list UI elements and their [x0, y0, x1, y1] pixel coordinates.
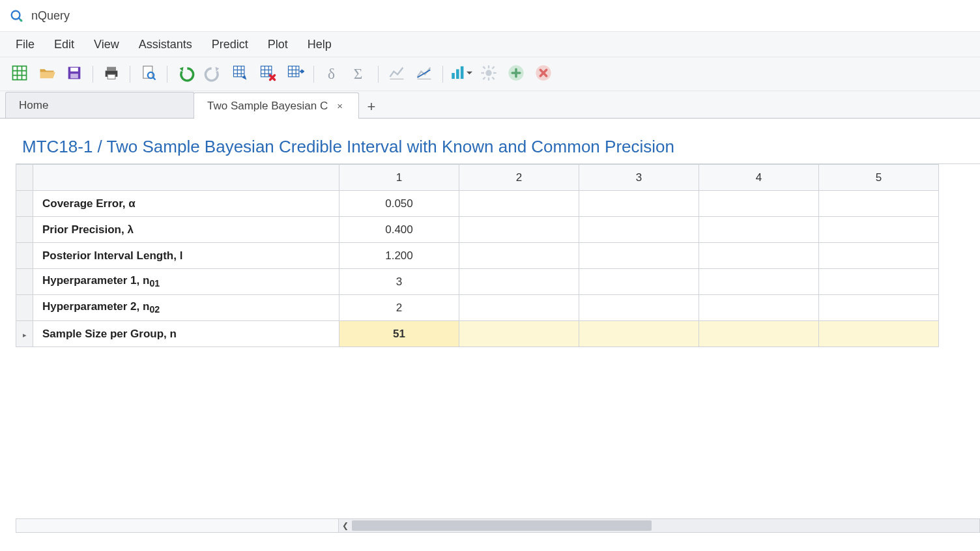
tab-close-icon[interactable]: ×: [334, 99, 345, 113]
folder-open-button[interactable]: [35, 63, 59, 86]
undo-icon: [177, 64, 195, 84]
grid-new-button[interactable]: [8, 63, 31, 86]
chart-bar-drop-icon: [450, 64, 472, 84]
svg-rect-20: [461, 66, 464, 79]
grid-cell[interactable]: [819, 217, 939, 243]
folder-open-icon: [38, 64, 56, 84]
save-button[interactable]: [63, 63, 86, 86]
tab-home[interactable]: Home: [5, 92, 194, 118]
menu-assistants[interactable]: Assistants: [130, 34, 201, 55]
grid-cell[interactable]: [699, 321, 819, 347]
menu-predict[interactable]: Predict: [203, 34, 257, 55]
grid-cell[interactable]: [579, 295, 699, 321]
chart-trend-icon: [415, 64, 433, 84]
grid-cell[interactable]: [579, 321, 699, 347]
menu-edit[interactable]: Edit: [45, 34, 83, 55]
menubar: FileEditViewAssistantsPredictPlotHelp: [0, 31, 980, 57]
row-handle[interactable]: [16, 243, 33, 269]
table-next-icon: [286, 64, 304, 84]
param-label: Posterior Interval Length, l: [33, 243, 339, 269]
grid-row: Posterior Interval Length, l1.200: [16, 243, 939, 269]
col-header-2[interactable]: 2: [459, 165, 579, 191]
chart-line-button[interactable]: [385, 63, 409, 86]
grid-cell[interactable]: 2: [339, 295, 459, 321]
grid-cell[interactable]: [699, 243, 819, 269]
grid-cell[interactable]: [699, 295, 819, 321]
close-circle-button[interactable]: [532, 63, 555, 86]
row-handle[interactable]: [16, 321, 33, 347]
tab-add-button[interactable]: +: [358, 98, 384, 118]
grid-cell[interactable]: [819, 243, 939, 269]
grid-cell[interactable]: [579, 191, 699, 217]
plus-circle-button[interactable]: [504, 63, 528, 86]
undo-button[interactable]: [174, 63, 197, 86]
grid-cell[interactable]: 3: [339, 269, 459, 295]
col-header-1[interactable]: 1: [339, 165, 459, 191]
table-next-button[interactable]: [283, 63, 307, 86]
close-circle-icon: [534, 64, 553, 84]
grid-row: Sample Size per Group, n51: [16, 321, 939, 347]
col-header-5[interactable]: 5: [819, 165, 939, 191]
menu-help[interactable]: Help: [298, 34, 341, 55]
grid-cell[interactable]: 0.400: [339, 217, 459, 243]
menu-view[interactable]: View: [85, 34, 128, 55]
grid-cell[interactable]: [579, 269, 699, 295]
grid-cell[interactable]: [459, 243, 579, 269]
menu-plot[interactable]: Plot: [259, 34, 297, 55]
grid-cell[interactable]: [459, 269, 579, 295]
row-handle[interactable]: [16, 191, 33, 217]
sigma-button[interactable]: Σ: [348, 63, 371, 86]
row-handle[interactable]: [16, 269, 33, 295]
grid-cell[interactable]: [819, 321, 939, 347]
grid-cell[interactable]: [459, 321, 579, 347]
param-label: Hyperparameter 2, n02: [33, 295, 339, 321]
grid-row: Hyperparameter 1, n013: [16, 269, 939, 295]
table-delete-button[interactable]: [256, 63, 280, 86]
grid-cell[interactable]: [579, 217, 699, 243]
svg-text:δ: δ: [328, 65, 335, 82]
tab-active[interactable]: Two Sample Bayesian C ×: [194, 92, 359, 119]
grid-cell[interactable]: [699, 269, 819, 295]
grid-cell[interactable]: [699, 217, 819, 243]
svg-rect-15: [289, 66, 299, 77]
param-label: Hyperparameter 1, n01: [33, 269, 339, 295]
grid-cell[interactable]: [819, 295, 939, 321]
svg-rect-27: [492, 77, 495, 80]
sigma-icon: Σ: [351, 64, 369, 84]
svg-point-2: [20, 20, 23, 22]
grid-cell[interactable]: [459, 217, 579, 243]
chart-bar-drop-button[interactable]: [450, 63, 473, 86]
scroll-track[interactable]: ❮: [339, 518, 980, 533]
grid-cell[interactable]: [699, 191, 819, 217]
grid-cell[interactable]: [819, 269, 939, 295]
find-button[interactable]: [137, 63, 160, 86]
print-button[interactable]: [100, 63, 123, 86]
scroll-thumb[interactable]: [352, 520, 652, 531]
chart-trend-button[interactable]: [412, 63, 436, 86]
scroll-left-arrow-icon[interactable]: ❮: [339, 521, 352, 530]
menu-file[interactable]: File: [7, 34, 44, 55]
svg-point-21: [485, 70, 491, 76]
col-header-4[interactable]: 4: [699, 165, 819, 191]
gear-icon: [480, 64, 498, 84]
save-icon: [65, 64, 83, 84]
redo-button[interactable]: [201, 63, 225, 86]
table-arrow-button[interactable]: [229, 63, 252, 86]
grid-cell[interactable]: [579, 243, 699, 269]
svg-line-12: [153, 78, 156, 80]
delta-icon: δ: [323, 64, 341, 84]
row-handle[interactable]: [16, 217, 33, 243]
grid-cell[interactable]: [819, 191, 939, 217]
grid-cell[interactable]: 1.200: [339, 243, 459, 269]
svg-rect-18: [452, 73, 455, 79]
svg-rect-7: [107, 67, 116, 71]
grid-cell[interactable]: 0.050: [339, 191, 459, 217]
col-header-3[interactable]: 3: [579, 165, 699, 191]
gear-button[interactable]: [477, 63, 500, 86]
grid-cell[interactable]: 51: [339, 321, 459, 347]
row-handle[interactable]: [16, 295, 33, 321]
delta-button[interactable]: δ: [321, 63, 344, 86]
plus-circle-icon: [507, 64, 525, 84]
grid-cell[interactable]: [459, 295, 579, 321]
grid-cell[interactable]: [459, 191, 579, 217]
